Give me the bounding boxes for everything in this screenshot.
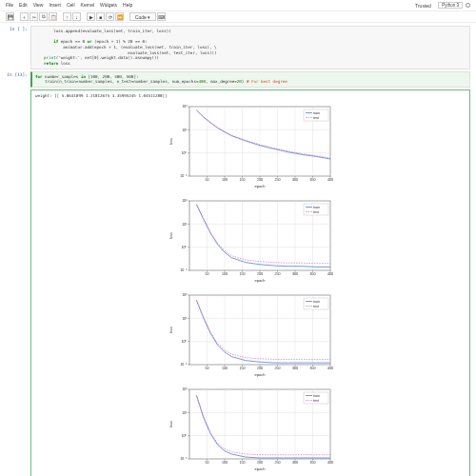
loss-chart: 5010015020025030035040010⁻¹10⁰10¹10²epoc… [165,196,336,284]
svg-text:200: 200 [257,272,263,276]
cut-button[interactable]: ✂ [30,12,38,21]
svg-text:50: 50 [206,367,209,370]
svg-text:10¹: 10¹ [182,411,188,415]
move-up-button[interactable]: ↑ [63,12,71,21]
svg-text:300: 300 [292,178,298,182]
menu-insert[interactable]: Insert [49,2,61,9]
menu-edit[interactable]: Edit [19,2,28,9]
code-editor[interactable]: loss.append(evaluate_loss(net, train_ite… [30,26,470,69]
menu-bar: File Edit View Insert Cell Kernel Widget… [0,0,476,10]
svg-text:100: 100 [222,272,228,276]
svg-text:100: 100 [222,461,228,465]
svg-text:50: 50 [206,461,209,465]
save-button[interactable]: 💾 [6,12,14,21]
svg-text:300: 300 [292,367,298,370]
svg-text:250: 250 [275,178,281,182]
menu-cell[interactable]: Cell [67,2,75,9]
copy-button[interactable]: ⧉ [39,12,48,21]
svg-text:10¹: 10¹ [182,223,188,227]
menu-view[interactable]: View [33,2,44,9]
menu-kernel[interactable]: Kernel [81,2,94,9]
svg-text:250: 250 [275,367,281,370]
cell-prompt: In [ ]: [6,26,30,69]
svg-text:10¹: 10¹ [182,317,188,321]
menu-file[interactable]: File [6,2,13,9]
svg-text:250: 250 [275,461,281,465]
stop-button[interactable]: ■ [96,12,105,21]
trusted-indicator: Trusted [415,3,431,9]
loss-chart: 5010015020025030035040010⁻¹10⁰10¹10²epoc… [165,102,336,189]
svg-text:test: test [313,305,319,308]
svg-text:loss: loss [169,327,173,333]
svg-text:epoch: epoch [255,184,266,188]
svg-text:train: train [313,394,320,398]
svg-text:10²: 10² [182,387,188,391]
svg-text:10²: 10² [182,105,188,109]
svg-text:10⁻¹: 10⁻¹ [180,363,188,367]
svg-text:10⁰: 10⁰ [182,434,188,438]
svg-text:10²: 10² [182,199,188,203]
svg-text:10⁻¹: 10⁻¹ [180,174,188,178]
cell-prompt [6,89,30,476]
svg-text:epoch: epoch [255,372,266,377]
svg-text:150: 150 [240,272,246,276]
cell-type-select[interactable]: Code ▾ [129,12,156,21]
svg-text:epoch: epoch [255,278,266,283]
svg-text:10⁻¹: 10⁻¹ [180,457,188,461]
code-editor[interactable]: for number_samples in [100, 200, 300, 50… [30,71,470,88]
output-text: weight: [[ 5.0631099 1.21812675 3.359952… [35,93,466,98]
svg-text:10⁰: 10⁰ [182,340,188,344]
output-cell: weight: [[ 5.0631099 1.21812675 3.359952… [6,89,470,476]
svg-text:350: 350 [310,367,316,370]
svg-text:150: 150 [240,461,246,465]
svg-text:test: test [313,210,319,214]
svg-text:350: 350 [310,178,316,182]
svg-text:100: 100 [222,178,228,182]
add-cell-button[interactable]: ＋ [20,12,29,21]
paste-button[interactable]: 📋 [49,12,57,21]
kernel-name[interactable]: Python 3 [438,2,463,9]
svg-text:epoch: epoch [255,466,266,471]
svg-text:400: 400 [327,461,333,465]
restart-button[interactable]: ⟳ [106,12,114,21]
menu-help[interactable]: Help [123,2,132,9]
move-down-button[interactable]: ↓ [72,12,81,21]
svg-text:150: 150 [240,367,246,370]
run-button[interactable]: ▶ [87,12,95,21]
svg-text:train: train [313,111,320,115]
svg-text:400: 400 [327,178,333,182]
cell-prompt: In [13]: [6,71,30,88]
svg-text:200: 200 [257,461,263,465]
svg-text:200: 200 [257,367,263,370]
run-all-button[interactable]: ⏩ [115,12,124,21]
svg-text:250: 250 [275,272,281,276]
toolbar: 💾 ＋ ✂ ⧉ 📋 ↑ ↓ ▶ ■ ⟳ ⏩ Code ▾ ⌨ [0,10,476,23]
svg-text:50: 50 [206,272,209,276]
svg-text:train: train [313,206,320,209]
svg-text:10²: 10² [182,293,188,297]
svg-text:200: 200 [257,178,263,182]
svg-text:300: 300 [292,272,298,276]
loss-chart: 5010015020025030035040010⁻¹10⁰10¹10²epoc… [165,290,336,378]
svg-text:10⁻¹: 10⁻¹ [180,268,188,272]
kernel-status-icon [466,3,470,8]
code-cell-running[interactable]: In [13]: for number_samples in [100, 200… [6,71,470,88]
command-palette-button[interactable]: ⌨ [157,12,166,21]
svg-text:loss: loss [169,232,173,239]
notebook-area: In [ ]: loss.append(evaluate_loss(net, t… [0,23,476,476]
svg-text:10⁰: 10⁰ [182,246,188,249]
code-cell[interactable]: In [ ]: loss.append(evaluate_loss(net, t… [6,26,470,69]
svg-text:400: 400 [327,272,333,276]
svg-text:test: test [313,116,319,120]
svg-text:loss: loss [169,421,173,427]
menu-widgets[interactable]: Widgets [100,2,117,9]
svg-text:400: 400 [327,367,333,370]
svg-text:350: 350 [310,272,316,276]
svg-text:300: 300 [292,461,298,465]
charts-container: 5010015020025030035040010⁻¹10⁰10¹10²epoc… [33,102,467,472]
svg-text:150: 150 [240,178,246,182]
svg-text:train: train [313,300,320,304]
svg-text:350: 350 [310,461,316,465]
svg-text:100: 100 [222,367,228,370]
svg-text:10⁰: 10⁰ [182,151,188,155]
